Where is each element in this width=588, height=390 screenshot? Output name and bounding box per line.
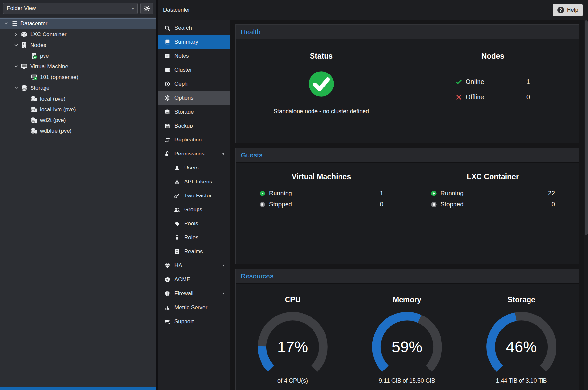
chevron-down-icon[interactable] [14,86,19,90]
gauge-arc: 59% [357,307,457,376]
nodes-rows: Online1Offline0 [456,78,530,101]
stat-label: Offline [466,93,484,101]
menu-item-metric-server[interactable]: Metric Server [158,301,230,315]
chevron-down-icon[interactable] [14,43,19,47]
seal-icon [164,277,170,283]
tree-item-storage-local[interactable]: local (pve) [0,93,156,104]
comments-icon [164,319,170,325]
stat-row-running: Running22 [431,190,555,197]
gauge-memory: Memory59%9.11 GiB of 15.50 GiB [350,295,464,384]
gauge-title: Memory [393,295,421,304]
gauge-value [262,346,271,369]
stat-value: 0 [526,93,530,101]
content-region: Datacenter ? Help SearchSummaryNotesClus… [158,0,588,390]
menu-item-realms[interactable]: Realms [158,245,230,259]
stat-label: Stopped [269,201,292,208]
sidebar-horizontal-scrollbar[interactable] [0,387,156,390]
gauge-arc: 46% [471,307,571,376]
tree-item-nodes[interactable]: Nodes [0,40,156,50]
play-circle-icon [259,190,265,196]
menu-item-summary[interactable]: Summary [158,35,230,49]
sidebar-settings-button[interactable] [140,3,153,14]
menu-item-pools[interactable]: Pools [158,217,230,231]
health-panel-body: Status Standalone node - no cluster defi… [236,39,579,144]
chevron-spacer [23,75,28,80]
chevron-down-icon[interactable] [14,64,19,69]
menu-item-label: Options [174,95,194,101]
view-mode-select[interactable]: Folder View ▾ [3,3,138,14]
tree-item-datacenter[interactable]: Datacenter [0,18,156,29]
tree-item-label: pve [40,53,49,59]
guest-group-lxc-container: LXC ContainerRunning22Stopped0 [407,163,579,265]
tree-item-storage-wdblue[interactable]: wdblue (pve) [0,126,156,136]
menu-item-cluster[interactable]: Cluster [158,63,230,77]
guests-groups: Virtual MachinesRunning1Stopped0LXC Cont… [236,163,579,265]
menu-item-backup[interactable]: Backup [158,119,230,133]
db-disk-icon [31,95,37,102]
health-panel-header: Health [236,25,579,39]
tree-item-virtual-machine[interactable]: Virtual Machine [0,61,156,72]
menu-item-firewall[interactable]: Firewall [158,287,230,301]
menu-item-storage[interactable]: Storage [158,105,230,119]
menu-item-label: Metric Server [174,304,207,311]
menu-item-two-factor[interactable]: Two Factor [158,189,230,203]
status-message: Standalone node - no cluster defined [274,108,369,115]
menu-item-acme[interactable]: ACME [158,273,230,287]
db-disk-icon [31,117,37,124]
chevron-down-icon[interactable] [4,21,9,26]
menu-item-label: Permissions [174,151,205,157]
resources-panel-header: Resources [236,269,579,284]
stat-row-offline: Offline0 [456,93,530,101]
tree-item-vm-101[interactable]: 101 (opnsense) [0,72,156,83]
tree-item-lxc-container[interactable]: LXC Container [0,29,156,40]
tree-item-label: local-lvm (pve) [40,106,76,113]
guest-group-rows: Running22Stopped0 [431,190,555,208]
menu-item-notes[interactable]: Notes [158,49,230,63]
nodes-title: Nodes [481,52,504,61]
chevron-spacer [23,53,28,58]
tree-item-label: Nodes [30,42,46,48]
key-icon [174,193,180,199]
menu-item-search[interactable]: Search [158,21,230,35]
guest-group-virtual-machines: Virtual MachinesRunning1Stopped0 [236,163,407,265]
users-icon [174,207,180,213]
database-icon [21,85,28,91]
scrollbar-thumb[interactable] [585,20,588,235]
menu-item-support[interactable]: Support [158,315,230,329]
heartbeat-icon [164,263,170,269]
menu-item-roles[interactable]: Roles [158,231,230,245]
gear-icon [144,5,150,12]
tree-item-storage-local-lvm[interactable]: local-lvm (pve) [0,104,156,115]
menu-item-permissions[interactable]: Permissions [158,147,230,161]
vertical-scrollbar[interactable] [584,20,588,390]
cube-icon [21,31,28,38]
person-icon [174,235,180,241]
building-icon [21,42,28,48]
gauge-percent: 17% [277,338,308,356]
resource-sidebar: Folder View ▾ DatacenterLXC ContainerNod… [0,0,158,390]
menu-item-label: Pools [184,221,198,227]
menu-item-replication[interactable]: Replication [158,133,230,147]
gear-icon [164,95,170,101]
bar-chart-icon [164,305,170,311]
tree-item-pve[interactable]: pve [0,50,156,61]
chevron-right-icon[interactable] [14,32,19,37]
menu-item-groups[interactable]: Groups [158,203,230,217]
menu-item-users[interactable]: Users [158,161,230,175]
menu-item-ha[interactable]: HA [158,259,230,273]
gauge-percent: 46% [506,338,537,356]
tree-item-storage[interactable]: Storage [0,83,156,93]
menu-item-api-tokens[interactable]: API Tokens [158,175,230,189]
note-icon [164,53,170,59]
stat-row-stopped: Stopped0 [431,201,555,208]
db-disk-icon [31,106,37,113]
section-menu: SearchSummaryNotesClusterCephOptionsStor… [158,20,230,390]
database-icon [164,109,170,115]
user-icon [174,165,180,171]
page-title: Datacenter [163,7,190,13]
tree-item-label: Datacenter [20,20,47,27]
menu-item-ceph[interactable]: Ceph [158,77,230,91]
tree-item-storage-wd2t[interactable]: wd2t (pve) [0,115,156,126]
help-button[interactable]: ? Help [553,4,583,16]
menu-item-options[interactable]: Options [158,91,230,105]
